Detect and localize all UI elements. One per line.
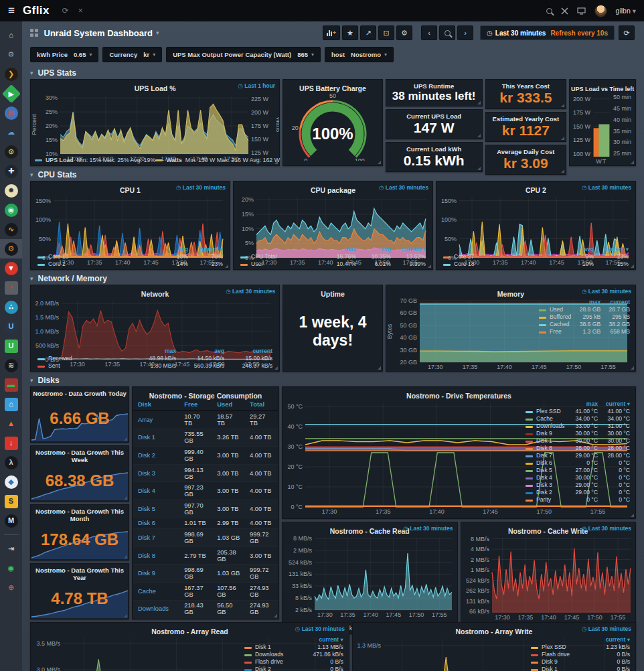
- panel-title[interactable]: Nostromo - Drive Temperatures: [406, 392, 511, 400]
- variable-host[interactable]: hostNostromo▾: [325, 47, 394, 62]
- sidebar-app-cross-icon[interactable]: ✚: [0, 161, 22, 181]
- panel-growth-week[interactable]: Nostromo - Data Growth This Week 68.38 G…: [30, 445, 129, 502]
- memory-legend[interactable]: maxcurrentUsed28.8 GB28.7 GBBuffered295 …: [536, 297, 635, 371]
- disk-link[interactable]: Disk 2: [133, 447, 179, 465]
- legend-column-header[interactable]: avg: [562, 245, 596, 252]
- app-logo[interactable]: Gflix: [23, 4, 50, 17]
- sidebar-app-krusader-icon[interactable]: ✦: [0, 278, 22, 297]
- panel-growth-today[interactable]: Nostromo - Data Growth Today 6.66 GB: [30, 386, 129, 443]
- sidebar-app-sabnzbd-icon[interactable]: S: [0, 492, 22, 511]
- panel-title[interactable]: Network: [141, 290, 169, 298]
- sidebar-app-round-yellow-icon[interactable]: ✹: [0, 181, 22, 200]
- row-header-network-memory[interactable]: ▾ Network / Memory: [22, 272, 644, 285]
- legend-column-header[interactable]: avg: [359, 245, 394, 252]
- legend-column-header[interactable]: avg: [156, 245, 191, 252]
- legend-series-name[interactable]: Plex SSD: [528, 643, 592, 650]
- legend-series-name[interactable]: Disk 3: [523, 481, 568, 488]
- legend-series-name[interactable]: Disk 2: [242, 665, 302, 671]
- cache-write-chart[interactable]: 17:3017:3517:4017:4517:5017:5566 kB/s131…: [461, 534, 636, 624]
- panel-title[interactable]: Nostromo - Cache Write: [508, 527, 588, 535]
- legend-series-name[interactable]: User: [238, 260, 324, 267]
- disk-link[interactable]: Disk 6: [133, 518, 179, 529]
- sidebar-app-homeassistant-icon[interactable]: ⌂: [0, 394, 22, 414]
- sidebar-app-green-dot-icon[interactable]: ◉: [0, 200, 22, 220]
- panel-title[interactable]: Nostromo - Array Write: [455, 627, 532, 636]
- temperatures-legend[interactable]: maxcurrent ▾Plex SSD41.00 °C41.00 °CCach…: [523, 398, 635, 518]
- panel-daily-cost[interactable]: Average Daily Costkr 3.09: [485, 145, 567, 175]
- user-menu[interactable]: gilbn ▾: [616, 7, 636, 15]
- memory-chart[interactable]: 17:3017:3517:4017:4517:5017:5520 GB30 GB…: [386, 297, 536, 371]
- legend-column-header[interactable]: current ▾: [596, 245, 631, 252]
- sidebar-app-plate-icon[interactable]: ≋: [0, 356, 22, 375]
- sidebar-app-droplet-icon[interactable]: ◆: [0, 472, 22, 492]
- legend-series-name[interactable]: Core 27: [440, 252, 562, 260]
- sidebar-app-unifi-icon[interactable]: U: [0, 317, 22, 336]
- panel-growth-month[interactable]: Nostromo - Data Growth This Month 178.64…: [30, 504, 129, 561]
- panel-current-load-kwh[interactable]: Current Load kWh0.15 kWh: [386, 142, 483, 172]
- sidebar-app-library-icon[interactable]: ▤: [0, 103, 22, 123]
- disk-link[interactable]: Downloads: [133, 600, 179, 618]
- panel-title[interactable]: Nostromo - Storage Consumption: [149, 392, 262, 400]
- legend-column-header[interactable]: current ▾: [592, 636, 633, 643]
- legend-column-header[interactable]: current ▾: [394, 245, 428, 252]
- legend-series-name[interactable]: Downloads: [242, 650, 302, 658]
- sidebar-app-cloud-icon[interactable]: ☁: [0, 123, 22, 142]
- legend-column-header[interactable]: max: [574, 298, 603, 305]
- panel-title[interactable]: CPU 1: [120, 186, 141, 194]
- legend-series-name[interactable]: Disk 1: [242, 643, 302, 650]
- legend-series-name[interactable]: Flash drive: [528, 650, 592, 658]
- legend-series-name[interactable]: Core 18: [440, 260, 562, 267]
- sidebar-app-grafana-icon[interactable]: ⚙: [0, 239, 22, 258]
- save-button[interactable]: ⊡: [378, 25, 394, 40]
- sidebar-app-search-icon[interactable]: ⊙: [0, 142, 22, 161]
- legend-column-header[interactable]: current: [227, 347, 275, 354]
- legend-series-name[interactable]: Disk 9: [523, 429, 568, 437]
- temperatures-chart[interactable]: 17:3017:3517:4017:4517:5017:550 °C10 °C2…: [283, 398, 523, 518]
- legend-series-name[interactable]: Sent: [35, 362, 131, 369]
- panel-title[interactable]: UPS Battery Charge: [299, 84, 366, 92]
- sidebar-app-netdata-icon[interactable]: ∿: [0, 220, 22, 239]
- cpu-package-legend[interactable]: maxavgcurrent ▾CPU Total16.76%10.35%13.5…: [234, 244, 432, 269]
- time-range-label[interactable]: Last 30 minutes: [582, 288, 631, 295]
- legend-column-header[interactable]: current ▾: [191, 245, 226, 252]
- time-range-label[interactable]: Last 30 minutes: [582, 525, 631, 532]
- legend-column-header[interactable]: max: [568, 400, 600, 407]
- legend-series-name[interactable]: Disk 7: [523, 451, 568, 459]
- legend-series-name[interactable]: Received: [35, 354, 131, 362]
- disk-link[interactable]: Disk 5: [133, 500, 179, 518]
- sidebar-app-jacket-icon[interactable]: M: [0, 511, 22, 530]
- legend-series-name[interactable]: Disk 9: [528, 658, 592, 665]
- panel-title[interactable]: Nostromo - Cache Read: [330, 527, 410, 535]
- legend-series-name[interactable]: Cached: [536, 320, 574, 327]
- legend-series-name[interactable]: Plex SSD: [523, 407, 568, 415]
- menu-icon[interactable]: ≡: [0, 4, 23, 17]
- sidebar-app-download-icon[interactable]: ↓: [0, 433, 22, 453]
- legend-column-header[interactable]: max: [324, 245, 359, 252]
- disk-link[interactable]: Disk 1: [133, 429, 179, 447]
- legend-series-name[interactable]: Used: [536, 305, 574, 313]
- panel-title[interactable]: UPS Load vs Time left: [571, 86, 634, 92]
- dashboard-title[interactable]: Unraid System Dashboard: [44, 28, 153, 38]
- star-button[interactable]: ★: [342, 25, 358, 40]
- tv-mode-icon[interactable]: [577, 7, 586, 15]
- ups-load-chart[interactable]: 17:0017:1017:2017:3017:4017:5010%15%20%2…: [31, 91, 279, 156]
- legend-series-name[interactable]: CPU Total: [238, 252, 324, 260]
- network-chart[interactable]: 17:3017:3517:4017:4517:5017:550 B/s500 k…: [31, 297, 279, 346]
- settings-button[interactable]: ⚙: [396, 25, 412, 40]
- row-header-ups-stats[interactable]: ▾ UPS Stats: [22, 66, 644, 79]
- time-range-label[interactable]: Last 30 minutes: [403, 525, 453, 532]
- panel-years-cost[interactable]: This Years Costkr 333.5: [485, 79, 567, 109]
- panel-title[interactable]: CPU package: [311, 186, 355, 194]
- legend-series-name[interactable]: Cache: [523, 415, 568, 422]
- array-read-legend[interactable]: current ▾Disk 11.13 MB/sDownloads471.86 …: [242, 634, 349, 671]
- battery-gauge[interactable]: 02050100100%: [283, 94, 382, 163]
- legend-series-name[interactable]: Disk 1: [528, 665, 592, 671]
- disk-link[interactable]: Disk 8: [133, 546, 179, 565]
- time-range-label[interactable]: Last 1 hour: [238, 82, 276, 89]
- disk-link[interactable]: Cache: [133, 582, 179, 600]
- ups-bar-chart[interactable]: 100 W125 W150 W175 W200 W25 min30 min35 …: [570, 91, 635, 165]
- panel-current-ups-load[interactable]: Current UPS Load147 W: [386, 109, 483, 139]
- panel-uptime[interactable]: Uptime 1 week, 4 days!: [283, 285, 383, 372]
- time-range-picker[interactable]: ◷ Last 30 minutes Refresh every 10s: [480, 25, 615, 40]
- disk-link[interactable]: Disk 3: [133, 464, 179, 482]
